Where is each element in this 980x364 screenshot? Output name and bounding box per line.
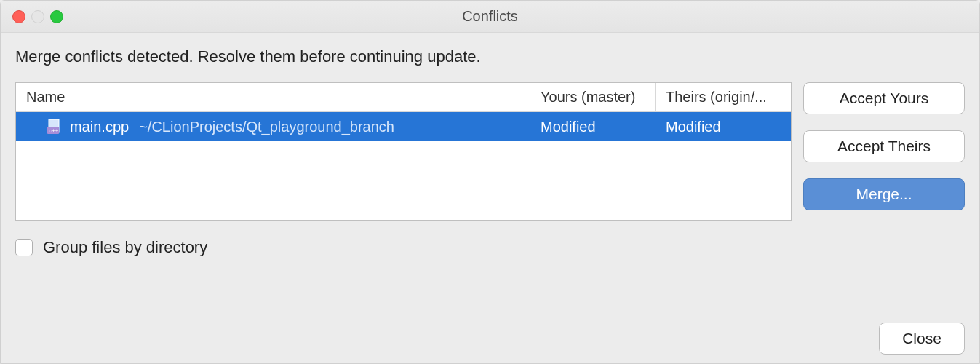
column-header-yours[interactable]: Yours (master) <box>530 83 656 111</box>
titlebar: Conflicts <box>1 1 979 33</box>
column-header-theirs[interactable]: Theirs (origin/... <box>656 83 791 111</box>
conflicts-table: Name Yours (master) Theirs (origin/... c… <box>15 82 792 221</box>
cell-yours: Modified <box>530 112 656 141</box>
cell-name: c++ main.cpp ~/CLionProjects/Qt_playgrou… <box>16 112 530 141</box>
column-header-name[interactable]: Name <box>16 83 530 111</box>
accept-yours-button[interactable]: Accept Yours <box>803 82 965 114</box>
close-button[interactable]: Close <box>879 323 965 355</box>
group-files-row: Group files by directory <box>15 238 965 257</box>
group-files-checkbox[interactable] <box>15 239 33 256</box>
svg-text:c++: c++ <box>49 127 59 134</box>
filename: main.cpp <box>70 119 129 135</box>
window-controls <box>1 10 63 23</box>
cpp-file-icon: c++ <box>47 118 64 135</box>
table-body: c++ main.cpp ~/CLionProjects/Qt_playgrou… <box>16 112 791 220</box>
close-window-button[interactable] <box>12 10 25 23</box>
cell-theirs: Modified <box>656 112 791 141</box>
accept-theirs-button[interactable]: Accept Theirs <box>803 130 965 162</box>
window-title: Conflicts <box>1 8 979 25</box>
table-header: Name Yours (master) Theirs (origin/... <box>16 83 791 112</box>
merge-button[interactable]: Merge... <box>803 178 965 210</box>
table-row[interactable]: c++ main.cpp ~/CLionProjects/Qt_playgrou… <box>16 112 791 141</box>
zoom-window-button[interactable] <box>50 10 63 23</box>
conflict-message: Merge conflicts detected. Resolve them b… <box>15 47 965 66</box>
minimize-window-button <box>31 10 44 23</box>
dialog-footer: Close <box>15 308 965 355</box>
main-row: Name Yours (master) Theirs (origin/... c… <box>15 82 965 221</box>
conflicts-dialog: Conflicts Merge conflicts detected. Reso… <box>0 0 980 364</box>
action-buttons: Accept Yours Accept Theirs Merge... <box>803 82 965 221</box>
group-files-label: Group files by directory <box>43 238 207 257</box>
dialog-content: Merge conflicts detected. Resolve them b… <box>1 33 979 363</box>
filepath: ~/CLionProjects/Qt_playground_branch <box>139 119 394 135</box>
